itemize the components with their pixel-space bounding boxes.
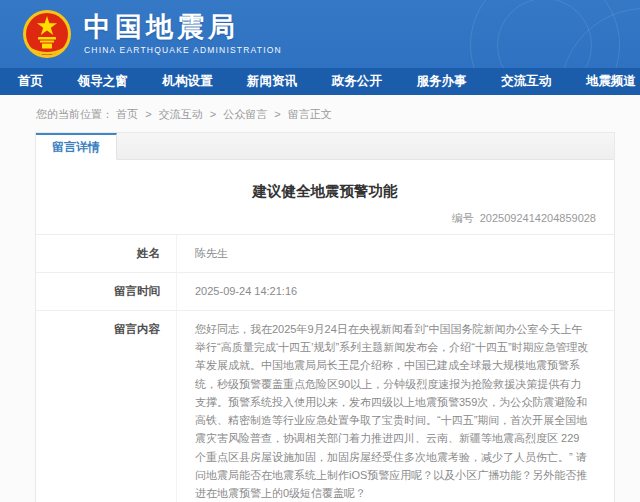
nav-item-interaction[interactable]: 交流互动 <box>501 73 551 90</box>
breadcrumb-interaction[interactable]: 交流互动 <box>159 108 203 120</box>
site-header: 中国地震局 CHINA EARTHQUAKE ADMINISTRATION <box>0 0 640 68</box>
panel-body: 建议健全地震预警功能 编号 2025092414204859028 姓名 陈先生… <box>36 160 614 502</box>
tab-strip: 留言详情 <box>36 133 614 160</box>
tab-message-details[interactable]: 留言详情 <box>36 133 117 160</box>
breadcrumb-message-body: 留言正文 <box>288 108 332 120</box>
site-subtitle: CHINA EARTHQUAKE ADMINISTRATION <box>84 45 282 55</box>
breadcrumb-prefix: 您的当前位置： <box>36 108 113 120</box>
site-title: 中国地震局 <box>84 13 282 43</box>
decorative-circle <box>470 0 620 68</box>
message-number: 编号 2025092414204859028 <box>36 211 614 234</box>
site-title-block: 中国地震局 CHINA EARTHQUAKE ADMINISTRATION <box>84 13 282 56</box>
breadcrumb-public-messages[interactable]: 公众留言 <box>223 108 267 120</box>
breadcrumb: 您的当前位置： 首页 > 交流互动 > 公众留言 > 留言正文 <box>0 95 640 130</box>
field-value-name: 陈先生 <box>176 235 614 272</box>
nav-item-services[interactable]: 服务办事 <box>417 73 467 90</box>
decorative-circle <box>560 8 640 68</box>
breadcrumb-separator: > <box>274 108 280 120</box>
nav-item-news[interactable]: 新闻资讯 <box>247 73 297 90</box>
message-number-label: 编号 <box>452 212 474 224</box>
breadcrumb-home[interactable]: 首页 <box>116 108 138 120</box>
national-emblem-logo <box>22 9 72 59</box>
nav-item-earthquake-channel[interactable]: 地震频道 <box>586 73 636 90</box>
table-row-message-content: 留言内容 您好同志，我在2025年9月24日在央视新闻看到“中国国务院新闻办公室… <box>36 311 614 502</box>
table-row-name: 姓名 陈先生 <box>36 235 614 273</box>
nav-item-gov-affairs[interactable]: 政务公开 <box>332 73 382 90</box>
field-value-message-time: 2025-09-24 14:21:16 <box>176 273 614 310</box>
breadcrumb-separator: > <box>145 108 151 120</box>
field-label-name: 姓名 <box>36 235 176 272</box>
decorative-circle <box>497 0 592 68</box>
nav-item-home[interactable]: 首页 <box>18 73 43 90</box>
nav-item-leadership[interactable]: 领导之窗 <box>78 73 128 90</box>
main-nav: 首页 领导之窗 机构设置 新闻资讯 政务公开 服务办事 交流互动 地震频道 <box>0 68 640 95</box>
field-value-message-content: 您好同志，我在2025年9月24日在央视新闻看到“中国国务院新闻办公室今天上午举… <box>176 311 614 502</box>
table-row-message-time: 留言时间 2025-09-24 14:21:16 <box>36 273 614 311</box>
breadcrumb-separator: > <box>210 108 216 120</box>
detail-table: 姓名 陈先生 留言时间 2025-09-24 14:21:16 留言内容 您好同… <box>36 234 614 502</box>
field-label-message-content: 留言内容 <box>36 311 176 502</box>
nav-item-organization[interactable]: 机构设置 <box>162 73 212 90</box>
message-title: 建议健全地震预警功能 <box>36 160 614 211</box>
field-label-message-time: 留言时间 <box>36 273 176 310</box>
message-number-value: 2025092414204859028 <box>480 212 596 224</box>
message-detail-panel: 留言详情 建议健全地震预警功能 编号 2025092414204859028 姓… <box>35 132 615 502</box>
